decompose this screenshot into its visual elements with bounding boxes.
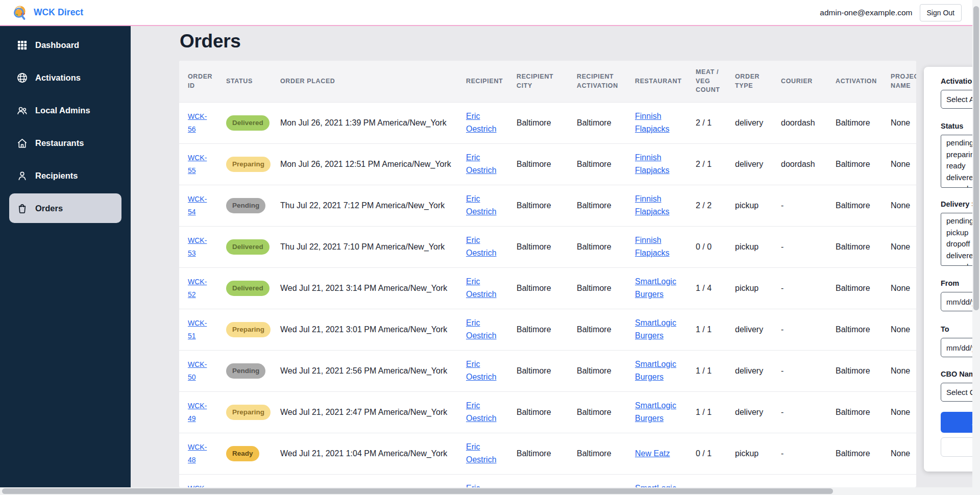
table-row: WCK-48 Ready Wed Jul 21, 2021 1:04 PM Am…	[179, 433, 916, 474]
cell-order-type: delivery	[735, 365, 781, 378]
cell-project-name: None	[891, 241, 916, 254]
user-email: admin-one@example.com	[820, 8, 912, 17]
restaurant-link[interactable]: SmartLogic Burgers	[635, 318, 676, 340]
cell-meat-veg-count: 0 / 1	[696, 448, 735, 460]
order-id-link[interactable]: WCK-56	[188, 112, 207, 133]
restaurant-link[interactable]: SmartLogic Burgers	[635, 277, 676, 299]
order-id-link[interactable]: WCK-54	[188, 195, 207, 216]
cell-meat-veg-count: 1 / 1	[696, 324, 735, 336]
cell-order-type: delivery	[735, 324, 781, 336]
restaurant-link[interactable]: SmartLogic Burgers	[635, 360, 676, 381]
recipient-link[interactable]: Eric Oestrich	[466, 401, 497, 423]
sign-out-button[interactable]: Sign Out	[920, 4, 962, 21]
table-row: WCK-56 Delivered Mon Jul 26, 2021 1:39 P…	[179, 102, 916, 143]
cell-recipient-activation: Baltimore	[577, 448, 635, 460]
sidebar-item-recipients[interactable]: Recipients	[9, 161, 121, 190]
cell-project-name: None	[891, 282, 916, 295]
cell-recipient-activation: Baltimore	[577, 117, 635, 130]
cell-activation: Baltimore	[836, 158, 891, 171]
table-row: WCK-49 Preparing Wed Jul 21, 2021 2:47 P…	[179, 391, 916, 433]
sidebar-item-label: Recipients	[35, 171, 78, 181]
column-header: PROJECT NAME	[891, 72, 916, 90]
sidebar-item-label: Orders	[35, 204, 63, 213]
cell-project-name: None	[891, 448, 916, 460]
cell-activation: Baltimore	[836, 324, 891, 336]
column-header: ORDER PLACED	[280, 77, 466, 86]
users-icon	[16, 104, 28, 116]
cell-order-type: pickup	[735, 448, 781, 460]
horizontal-scrollbar[interactable]	[0, 487, 980, 495]
column-header: ORDER ID	[188, 72, 226, 90]
bag-icon	[16, 202, 28, 214]
cell-courier: -	[781, 241, 836, 254]
column-header: ORDER TYPE	[735, 72, 781, 90]
table-row: WCK-50 Pending Wed Jul 21, 2021 2:56 PM …	[179, 350, 916, 391]
sidebar-item-activations[interactable]: Activations	[9, 63, 121, 92]
cell-courier: -	[781, 365, 836, 378]
recipient-link[interactable]: Eric Oestrich	[466, 442, 497, 464]
column-header: RECIPIENT ACTIVATION	[577, 72, 635, 90]
restaurant-link[interactable]: Finnish Flapjacks	[635, 194, 670, 216]
cell-courier: -	[781, 200, 836, 212]
recipient-link[interactable]: Eric Oestrich	[466, 153, 497, 175]
cell-meat-veg-count: 1 / 1	[696, 406, 735, 419]
recipient-link[interactable]: Eric Oestrich	[466, 112, 497, 133]
sidebar-item-orders[interactable]: Orders	[9, 193, 121, 223]
person-icon	[16, 169, 28, 182]
brand-name[interactable]: WCK Direct	[34, 7, 83, 18]
cell-recipient-city: Baltimore	[517, 200, 577, 212]
restaurant-link[interactable]: SmartLogic Burgers	[635, 484, 676, 487]
sidebar-item-label: Restaurants	[35, 138, 84, 148]
status-badge: Pending	[226, 363, 265, 379]
horizontal-scrollbar-thumb[interactable]	[2, 488, 833, 494]
order-id-link[interactable]: WCK-55	[188, 154, 207, 175]
sidebar-item-restaurants[interactable]: Restaurants	[9, 128, 121, 158]
cell-recipient-activation: Baltimore	[577, 158, 635, 171]
order-id-link[interactable]: WCK-50	[188, 360, 207, 381]
recipient-link[interactable]: Eric Oestrich	[466, 484, 497, 487]
recipient-link[interactable]: Eric Oestrich	[466, 194, 497, 216]
sidebar-item-label: Activations	[35, 73, 81, 83]
cell-recipient-city: Baltimore	[517, 158, 577, 171]
restaurant-link[interactable]: New Eatz	[635, 449, 670, 458]
recipient-link[interactable]: Eric Oestrich	[466, 318, 497, 340]
order-id-link[interactable]: WCK-53	[188, 236, 207, 257]
orders-table-card: ORDER ID STATUS ORDER PLACED RECIPIENT R…	[179, 61, 916, 487]
recipient-link[interactable]: Eric Oestrich	[466, 360, 497, 381]
restaurant-link[interactable]: Finnish Flapjacks	[635, 153, 670, 175]
status-badge: Delivered	[226, 115, 270, 131]
cell-recipient-activation: Baltimore	[577, 406, 635, 419]
cell-activation: Baltimore	[836, 282, 891, 295]
table-row: WCK-55 Preparing Mon Jul 26, 2021 12:51 …	[179, 143, 916, 185]
vertical-scrollbar[interactable]	[972, 0, 980, 495]
cell-order-placed: Wed Jul 21, 2021 2:47 PM America/New_Yor…	[280, 406, 466, 419]
status-badge: Pending	[226, 198, 265, 214]
cell-project-name: None	[891, 117, 916, 130]
cell-meat-veg-count: 1 / 4	[696, 282, 735, 295]
restaurant-link[interactable]: Finnish Flapjacks	[635, 236, 670, 257]
sidebar-item-local-admins[interactable]: Local Admins	[9, 95, 121, 125]
restaurant-link[interactable]: SmartLogic Burgers	[635, 401, 676, 423]
cell-order-type: pickup	[735, 282, 781, 295]
cell-recipient-activation: Baltimore	[577, 282, 635, 295]
cell-courier: doordash	[781, 117, 836, 130]
cell-courier: -	[781, 282, 836, 295]
sidebar-item-dashboard[interactable]: Dashboard	[9, 30, 121, 60]
recipient-link[interactable]: Eric Oestrich	[466, 277, 497, 299]
order-id-link[interactable]: WCK-52	[188, 278, 207, 299]
cell-courier: doordash	[781, 158, 836, 171]
cell-activation: Baltimore	[836, 406, 891, 419]
recipient-link[interactable]: Eric Oestrich	[466, 236, 497, 257]
cell-activation: Baltimore	[836, 241, 891, 254]
home-icon	[16, 137, 28, 149]
restaurant-link[interactable]: Finnish Flapjacks	[635, 112, 670, 133]
cell-courier: -	[781, 448, 836, 460]
table-header-row: ORDER ID STATUS ORDER PLACED RECIPIENT R…	[179, 61, 916, 102]
cell-courier: -	[781, 406, 836, 419]
vertical-scrollbar-thumb[interactable]	[973, 6, 979, 310]
order-id-link[interactable]: WCK-48	[188, 443, 207, 464]
status-badge: Ready	[226, 446, 259, 462]
cell-recipient-city: Baltimore	[517, 406, 577, 419]
order-id-link[interactable]: WCK-49	[188, 402, 207, 423]
order-id-link[interactable]: WCK-51	[188, 319, 207, 340]
